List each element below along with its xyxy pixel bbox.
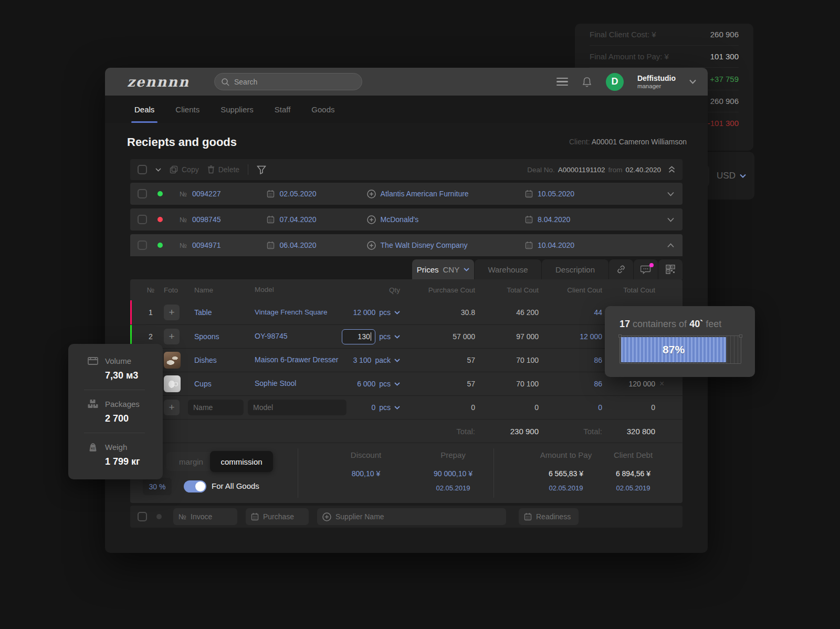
goods-row-2[interactable]: 2 + Spoons OY-98745 130 pcs 57 000 97 00… [130,324,682,348]
row-checkbox[interactable] [138,240,147,250]
row-checkbox[interactable] [138,215,147,224]
product-name[interactable]: Table [194,308,212,317]
client-value[interactable]: A00001 Cameron Williamson [592,138,687,146]
bell-icon[interactable] [582,76,592,88]
select-all-checkbox[interactable] [138,165,147,174]
supplier-name-input[interactable]: Supplier Name [317,508,506,525]
product-photo[interactable] [164,375,181,392]
amount-to-pay-date[interactable]: 02.05.2019 [532,484,600,492]
currency-label[interactable]: USD [717,171,736,181]
collapse-all-icon[interactable] [668,166,675,173]
comments-icon[interactable] [634,259,658,279]
supplier-name[interactable]: McDonald's [381,215,419,224]
expand-chevron-icon[interactable] [667,217,674,222]
tab-description[interactable]: Description [542,259,608,279]
client-cost[interactable]: 44 [543,300,602,324]
product-photo[interactable] [164,352,181,369]
tab-suppliers[interactable]: Suppliers [220,96,254,123]
readiness-date-input[interactable]: Readiness [519,508,579,525]
percent-field[interactable]: 30 % [143,478,172,495]
add-photo-button[interactable]: + [164,329,180,344]
purchase-cost[interactable]: 30.8 [416,300,475,324]
copy-button[interactable]: Copy [170,165,199,174]
client-cost[interactable]: 0 [543,396,602,419]
ship-date[interactable]: 10.04.2020 [538,241,574,249]
qty-unit[interactable]: pack [375,356,391,364]
currency-select[interactable]: CNY [443,265,460,274]
purchase-cost[interactable]: 57 [416,349,475,372]
user-menu-chevron-icon[interactable] [689,79,696,84]
purchase-cost[interactable]: 57 [416,372,475,395]
add-photo-button[interactable]: + [164,400,180,415]
goods-row-3[interactable]: Dishes Maison 6-Drawer Dresser 3 100 pac… [130,348,682,372]
expand-chevron-icon[interactable] [667,192,674,196]
deal-number[interactable]: 0098745 [192,215,221,224]
unit-chevron-icon[interactable] [394,406,400,410]
menu-icon[interactable] [556,78,568,86]
qty-input[interactable]: 130 [342,329,375,344]
ship-date[interactable]: 10.05.2020 [538,190,574,198]
qty-value[interactable]: 0 [371,403,375,412]
commission-tab[interactable]: commission [210,451,273,472]
product-name[interactable]: Spoons [194,332,219,341]
client-debt-date[interactable]: 02.05.2019 [599,484,667,492]
tab-clients[interactable]: Clients [175,96,200,123]
tab-deals[interactable]: Deals [134,96,154,123]
deal-row-2[interactable]: № 0098745 07.04.2020 McDonald's 8.04.202… [130,208,682,230]
unit-chevron-icon[interactable] [394,359,400,362]
search-input[interactable]: Search [214,73,362,90]
discount-value[interactable]: 800,10 ¥ [332,469,400,478]
new-name-input[interactable]: Name [188,400,244,415]
product-model[interactable]: Sophie Stool [255,379,296,389]
goods-new-row[interactable]: + Name Model 0 pcs 0 0 0 0 [130,395,682,419]
tab-goods[interactable]: Goods [311,96,334,123]
deal-number[interactable]: 0094227 [192,190,221,198]
goods-row-4[interactable]: Cups Sophie Stool 6 000 pcs 57 70 100 86… [130,372,682,395]
deal-date[interactable]: 07.04.2020 [279,215,316,224]
for-all-goods-toggle[interactable] [184,480,206,492]
qty-value[interactable]: 6 000 [357,380,375,388]
goods-row-1[interactable]: 1 + Table Vintage French Square 12 000 p… [130,300,682,324]
qty-unit[interactable]: pcs [379,332,391,341]
qty-unit[interactable]: pcs [379,380,391,388]
qty-unit[interactable]: pcs [379,403,391,412]
link-icon[interactable] [609,259,633,279]
add-photo-button[interactable]: + [164,305,180,320]
invoice-number-input[interactable]: № Invoce [173,508,237,525]
purchase-cost[interactable]: 0 [416,396,475,419]
client-cost[interactable]: 86 [543,349,602,372]
tab-staff[interactable]: Staff [275,96,291,123]
select-dropdown-chevron-icon[interactable] [155,168,161,172]
prepay-value[interactable]: 90 000,10 ¥ [419,469,487,478]
deal-date[interactable]: 02.05.2020 [279,190,316,198]
row-checkbox[interactable] [138,189,147,198]
unit-chevron-icon[interactable] [394,335,400,339]
product-name[interactable]: Cups [194,380,212,388]
collapse-chevron-icon[interactable] [667,243,674,248]
purchase-cost[interactable]: 57 000 [416,325,475,348]
delete-button[interactable]: Delete [207,165,239,174]
deal-row-3[interactable]: № 0094971 06.04.2020 The Walt Disney Com… [130,234,682,256]
supplier-name[interactable]: Atlantis American Furniture [381,190,469,198]
purchase-date-input[interactable]: Purchase [246,508,309,525]
margin-tab[interactable]: margin [166,452,216,471]
filter-icon[interactable] [257,165,266,174]
qty-value[interactable]: 12 000 [353,308,375,317]
qr-code-icon[interactable] [658,259,682,279]
client-cost[interactable]: 86 [543,372,602,395]
unit-chevron-icon[interactable] [394,311,400,314]
prepay-date[interactable]: 02.05.2019 [419,484,487,492]
product-model[interactable]: OY-98745 [255,332,288,341]
supplier-name[interactable]: The Walt Disney Company [381,241,468,249]
tab-warehouse[interactable]: Warehouse [475,259,541,279]
qty-unit[interactable]: pcs [379,308,391,317]
avatar[interactable]: D [606,73,624,91]
client-cost[interactable]: 12 000 [543,325,602,348]
deal-row-1[interactable]: № 0094227 02.05.2020 Atlantis American F… [130,183,682,205]
deal-date[interactable]: 06.04.2020 [279,241,316,249]
deal-number[interactable]: 0094971 [192,241,221,249]
unit-chevron-icon[interactable] [394,382,400,386]
product-name[interactable]: Dishes [194,356,217,364]
qty-value[interactable]: 3 100 [353,356,371,364]
ship-date[interactable]: 8.04.2020 [538,215,570,224]
